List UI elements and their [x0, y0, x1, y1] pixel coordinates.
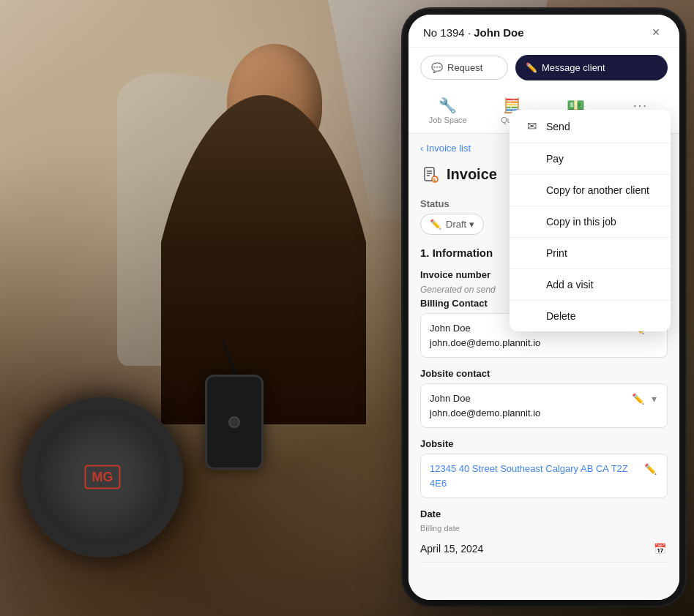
dropdown-copy-another-client[interactable]: Copy for another client — [510, 175, 671, 206]
dropdown-print[interactable]: Print — [510, 238, 671, 269]
dropdown-send[interactable]: ✉ Send — [510, 110, 671, 143]
actions-dropdown-menu: ✉ Send Pay Copy for another client Copy … — [510, 110, 671, 331]
dropdown-overlay[interactable]: ✉ Send Pay Copy for another client Copy … — [408, 15, 679, 600]
dropdown-add-visit[interactable]: Add a visit — [510, 269, 671, 301]
dropdown-pay[interactable]: Pay — [510, 143, 671, 175]
held-phone — [205, 375, 264, 470]
mail-icon: ✉ — [524, 119, 539, 133]
dropdown-copy-this-job[interactable]: Copy in this job — [510, 206, 671, 238]
dropdown-delete[interactable]: Delete — [510, 301, 671, 331]
steering-wheel — [22, 397, 183, 557]
phone-panel: No 1394 · John Doe × 💬 Request ✏️ Messag… — [408, 15, 679, 600]
